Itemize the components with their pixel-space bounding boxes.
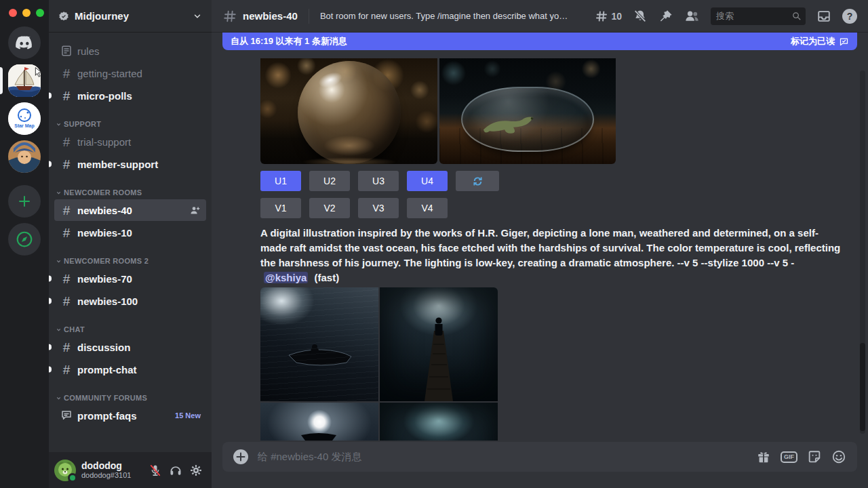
new-messages-banner[interactable]: 自从 16:19 以来有 1 条新消息 标记为已读 [222,33,857,50]
microphone-muted-icon [149,464,162,477]
sidebar-item-prompt-faqs[interactable]: prompt-faqs 15 New [54,405,206,426]
plus-circle-icon [233,449,248,464]
section-header-newcomer-rooms[interactable]: NEWCOMER ROOMS [54,187,206,198]
sidebar-item-member-support[interactable]: # member-support [54,153,206,175]
channel-label: getting-started [77,68,201,79]
server-icon-midjourney[interactable] [8,64,41,97]
user-info[interactable]: dododog dododog#3101 [81,460,131,480]
user-avatar[interactable] [54,460,76,481]
attach-file-button[interactable] [233,449,248,464]
image-raft-dark-sea[interactable] [260,287,378,401]
image-moonlit-sea[interactable] [260,403,378,441]
server-icon-art-avatar[interactable] [8,140,41,173]
mute-microphone-button[interactable] [145,460,165,481]
sidebar-item-newbies-10[interactable]: # newbies-10 [54,222,206,243]
image-raft-cave-figure[interactable] [380,287,498,401]
scrollbar-thumb[interactable] [860,343,865,431]
variation-button-v4[interactable]: V4 [407,198,448,218]
threads-button[interactable]: 10 [595,9,622,23]
bell-slash-icon [633,9,648,24]
image-gecko-bowl[interactable] [439,58,616,164]
forum-icon [60,409,73,422]
message-input[interactable]: 给 #newbies-40 发消息 [258,451,747,464]
search-input[interactable]: 搜索 [711,7,806,25]
upscale-button-u1[interactable]: U1 [260,171,301,191]
pin-icon [658,9,673,24]
plus-icon [16,193,33,209]
close-button[interactable] [9,9,17,17]
variation-button-v3[interactable]: V3 [358,198,399,218]
notification-settings-button[interactable] [633,9,648,24]
sidebar-item-trial-support[interactable]: # trial-support [54,131,206,152]
add-server-button[interactable] [8,185,41,218]
gear-icon [189,464,203,477]
upscale-button-u3[interactable]: U3 [358,171,399,191]
sidebar-item-rules[interactable]: rules [54,40,206,62]
message-list[interactable]: U1 U2 U3 U4 V1 V2 V3 V4 A digital illu [212,33,868,488]
emoji-picker-button[interactable] [831,449,846,464]
hash-icon: # [60,66,73,80]
new-messages-text: 自从 16:19 以来有 1 条新消息 [231,35,791,47]
discord-window: Star Map [0,0,868,488]
section-header-newcomer-rooms-2[interactable]: NEWCOMER ROOMS 2 [54,256,206,266]
sidebar-item-prompt-chat[interactable]: # prompt-chat [54,359,206,380]
pinned-messages-button[interactable] [658,9,673,24]
image-glowing-cave[interactable] [380,403,498,441]
user-mention[interactable]: @kshiya [264,272,308,283]
explore-servers-button[interactable] [8,223,41,256]
section-header-chat[interactable]: CHAT [54,324,206,335]
sidebar-item-newbies-40[interactable]: # newbies-40 [54,199,206,221]
discord-home-button[interactable] [8,26,41,59]
sidebar-item-newbies-100[interactable]: # newbies-100 [54,290,206,312]
chevron-down-icon [56,190,62,196]
hash-icon: # [60,203,73,217]
hash-icon: # [60,340,73,354]
help-button[interactable]: ? [842,9,857,24]
sidebar-item-micro-polls[interactable]: # micro-polls [54,85,206,106]
unread-pill [49,93,52,99]
mark-as-read-label: 标记为已读 [791,35,835,47]
gif-picker-button[interactable]: GIF [781,451,797,463]
user-panel: dododog dododog#3101 [49,452,212,488]
server-header[interactable]: Midjourney [49,0,212,33]
channel-topic[interactable]: Bot room for new users. Type /imagine th… [320,11,568,21]
upscale-button-u2[interactable]: U2 [309,171,350,191]
mark-as-read-button[interactable]: 标记为已读 [791,35,849,47]
prompt-text: A digital illustration inspired by the w… [260,227,840,268]
chevron-down-icon [56,327,62,333]
sidebar-item-getting-started[interactable]: # getting-started [54,62,206,84]
deafen-button[interactable] [165,460,186,481]
hash-icon: # [60,363,73,376]
channel-label: newbies-10 [77,227,201,239]
user-tag: dododog#3101 [81,471,131,480]
reroll-button[interactable] [456,171,499,191]
section-header-support[interactable]: SUPPORT [54,119,206,129]
variation-button-v1[interactable]: V1 [260,198,301,218]
variation-button-v2[interactable]: V2 [309,198,350,218]
prompt-message: A digital illustration inspired by the w… [260,226,842,285]
channel-label: newbies-70 [77,273,201,285]
gif-icon: GIF [784,453,794,460]
prompt-suffix: (fast) [315,272,340,283]
header-divider [309,9,309,24]
image-crystal-ball[interactable] [260,58,437,164]
member-list-button[interactable] [684,8,700,24]
sidebar-item-newbies-70[interactable]: # newbies-70 [54,268,206,289]
channel-label: micro-polls [77,90,201,102]
create-invite-icon[interactable] [189,205,201,216]
inbox-button[interactable] [816,9,831,24]
minimize-button[interactable] [22,9,31,17]
sidebar-item-discussion[interactable]: # discussion [54,336,206,358]
channel-list: rules # getting-started # micro-polls SU… [49,33,212,452]
message-composer[interactable]: 给 #newbies-40 发消息 GIF [222,442,857,472]
server-icon-star-map[interactable]: Star Map [8,102,41,135]
sailboat-icon [8,64,41,97]
unread-pill [49,344,52,350]
section-header-community-forums[interactable]: COMMUNITY FORUMS [54,392,206,403]
glass-bowl [461,87,594,152]
sticker-picker-button[interactable] [807,449,822,464]
gift-button[interactable] [756,449,771,464]
zoom-button[interactable] [36,9,44,17]
upscale-button-u4[interactable]: U4 [407,171,448,191]
user-settings-button[interactable] [186,460,206,481]
